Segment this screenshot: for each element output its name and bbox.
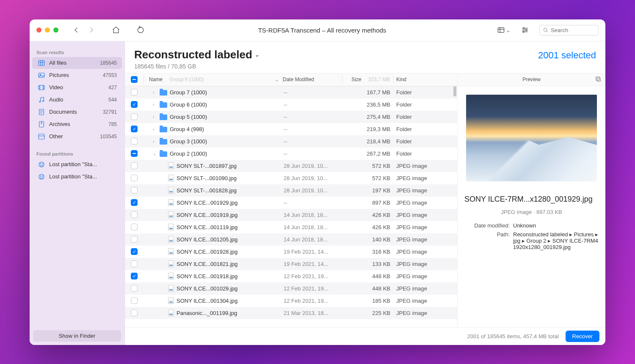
row-checkbox[interactable] — [131, 175, 138, 181]
row-filename: SONY ILCE...001304.jpg — [177, 298, 237, 304]
forward-button[interactable] — [86, 24, 97, 36]
table-row[interactable]: ›Group 5 (1000)--275,4 MBFolder — [125, 111, 457, 123]
row-checkbox[interactable]: ✓ — [131, 248, 138, 255]
filter-button[interactable] — [518, 23, 532, 37]
row-checkbox[interactable] — [131, 285, 138, 292]
home-button[interactable] — [109, 23, 123, 37]
row-checkbox[interactable] — [131, 211, 138, 218]
recover-button[interactable]: Recover — [566, 331, 599, 342]
row-checkbox[interactable] — [131, 187, 138, 194]
row-kind: JPEG image — [394, 273, 457, 279]
page-title[interactable]: Reconstructed labeled⌄ — [134, 48, 260, 61]
row-checkbox[interactable] — [131, 162, 138, 169]
table-row[interactable]: ✓SONY ILCE...001929.jpg--897 KBJPEG imag… — [125, 197, 457, 209]
th-checkbox[interactable] — [125, 76, 144, 83]
table-row[interactable]: SONY SLT-...001897.jpg28 Jun 2019, 10...… — [125, 160, 457, 172]
row-size: 225 KB — [343, 310, 394, 316]
row-filename: SONY ILCE...001928.jpg — [177, 249, 237, 255]
table-row[interactable]: Panasonic..._001199.jpg21 Mar 2013, 18..… — [125, 307, 457, 319]
body: Scan results All files185645Pictures4755… — [30, 41, 605, 345]
row-filename: SONY ILCE...001119.jpg — [177, 224, 237, 230]
sidebar-item-other[interactable]: Other103545 — [32, 131, 122, 142]
search-input[interactable] — [551, 27, 595, 33]
row-filename: SONY SLT-...001897.jpg — [177, 163, 237, 169]
folder-icon — [160, 115, 167, 120]
preview-image[interactable] — [466, 95, 597, 181]
table-row[interactable]: ✓SONY ILCE...001918.jpg12 Feb 2021, 19..… — [125, 270, 457, 282]
table-row[interactable]: SONY SLT-...001090.jpg28 Jun 2019, 10...… — [125, 172, 457, 184]
sidebar-item-pictures[interactable]: Pictures47553 — [32, 69, 122, 81]
scrollbar-thumb[interactable] — [453, 86, 456, 96]
table-row[interactable]: ›Group 7 (1000)--167,7 MBFolder — [125, 86, 457, 99]
disclosure-chevron-icon[interactable]: › — [153, 90, 157, 95]
row-checkbox[interactable] — [131, 224, 138, 230]
back-button[interactable] — [70, 24, 82, 36]
row-checkbox[interactable] — [131, 297, 138, 304]
table-row[interactable]: SONY ILCE...001205.jpg14 Jun 2018, 18...… — [125, 233, 457, 246]
row-checkbox[interactable] — [131, 150, 138, 157]
table-row[interactable]: SONY ILCE...001119.jpg14 Jun 2018, 18...… — [125, 221, 457, 233]
preview-panel: Preview SONY ILCE-7RM...x1280_001929.jpg… — [457, 74, 605, 327]
row-checkbox[interactable] — [131, 309, 138, 316]
table-row[interactable]: ✓›Group 4 (998)--219,3 MBFolder — [125, 123, 457, 135]
sidebar-item-documents[interactable]: Documents32791 — [32, 106, 122, 118]
main-header: Reconstructed labeled⌄ 185645 files / 70… — [125, 41, 605, 74]
table-row[interactable]: ⌄Group 2 (1000)--267,2 MBFolder — [125, 148, 457, 160]
disclosure-chevron-icon[interactable]: › — [153, 139, 157, 144]
row-size: 167,7 MB — [343, 89, 394, 96]
table-row[interactable]: SONY ILCE...001029.jpg12 Feb 2021, 19...… — [125, 282, 457, 295]
table-row[interactable]: ✓›Group 6 (1000)--236,5 MBFolder — [125, 99, 457, 111]
maximize-button[interactable] — [53, 27, 58, 33]
row-checkbox[interactable]: ✓ — [131, 101, 138, 108]
sidebar-partition[interactable]: Lost partition "Sta... — [32, 171, 122, 183]
row-date: 12 Feb 2021, 19... — [284, 298, 343, 304]
row-size: 448 KB — [343, 285, 394, 292]
th-size[interactable]: Size323,7 MB — [342, 77, 393, 82]
search-box[interactable] — [539, 25, 599, 36]
row-checkbox[interactable] — [131, 236, 138, 243]
row-checkbox[interactable]: ✓ — [131, 126, 138, 132]
table-row[interactable]: SONY ILCE...001821.jpg19 Feb 2021, 14...… — [125, 258, 457, 270]
header-checkbox[interactable] — [131, 76, 138, 83]
row-filename: SONY SLT-...001090.jpg — [177, 175, 237, 181]
sidebar-partition[interactable]: Lost partition "Sta... — [32, 159, 122, 170]
svg-rect-7 — [39, 73, 44, 77]
rescan-button[interactable] — [134, 23, 147, 37]
table-row[interactable]: SONY ILCE...001919.jpg14 Jun 2018, 18...… — [125, 209, 457, 221]
row-checkbox[interactable] — [131, 260, 138, 267]
show-in-finder-button[interactable]: Show in Finder — [33, 330, 121, 342]
row-checkbox[interactable]: ✓ — [131, 199, 138, 206]
row-checkbox[interactable] — [131, 138, 138, 145]
table-row[interactable]: ✓SONY ILCE...001928.jpg19 Feb 2021, 14..… — [125, 246, 457, 258]
sidebar-item-audio[interactable]: Audio544 — [32, 94, 122, 106]
row-checkbox[interactable] — [131, 113, 138, 120]
th-date[interactable]: Date Modified — [283, 77, 342, 82]
video-icon — [37, 84, 46, 91]
disclosure-chevron-icon[interactable]: › — [153, 102, 157, 107]
disclosure-chevron-icon[interactable]: › — [153, 127, 157, 131]
table-row[interactable]: ›Group 3 (1000)--218,4 MBFolder — [125, 135, 457, 148]
row-date: 19 Feb 2021, 14... — [284, 249, 343, 255]
sidebar-item-archives[interactable]: Archives785 — [32, 118, 122, 130]
expand-preview-icon[interactable] — [595, 76, 601, 83]
disclosure-chevron-icon[interactable]: ⌄ — [153, 151, 157, 156]
view-mode-button[interactable]: ⌄ — [497, 23, 511, 37]
row-kind: JPEG image — [394, 175, 457, 181]
table-row[interactable]: SONY SLT-...001828.jpg28 Jun 2019, 10...… — [125, 184, 457, 197]
minimize-button[interactable] — [45, 27, 50, 33]
preview-path-value: Reconstructed labeled ▸ Pictures ▸ jpg ▸… — [513, 231, 599, 250]
table-body[interactable]: ›Group 7 (1000)--167,7 MBFolder✓›Group 6… — [125, 86, 457, 327]
row-checkbox[interactable] — [131, 89, 138, 96]
row-filename: Panasonic..._001199.jpg — [177, 310, 237, 316]
selected-count[interactable]: 2001 selected — [538, 50, 596, 61]
table-row[interactable]: SONY ILCE...001304.jpg12 Feb 2021, 19...… — [125, 295, 457, 307]
row-kind: JPEG image — [394, 224, 457, 230]
close-button[interactable] — [36, 27, 41, 33]
th-name[interactable]: NameGroup 8 (1000)⌄ — [144, 77, 282, 82]
sidebar-item-all-files[interactable]: All files185645 — [32, 57, 122, 69]
disclosure-chevron-icon[interactable]: › — [153, 115, 157, 119]
th-kind[interactable]: Kind — [394, 77, 457, 82]
sort-chevron-icon: ⌄ — [275, 77, 279, 82]
sidebar-item-video[interactable]: Video427 — [32, 82, 122, 93]
row-checkbox[interactable]: ✓ — [131, 273, 138, 279]
